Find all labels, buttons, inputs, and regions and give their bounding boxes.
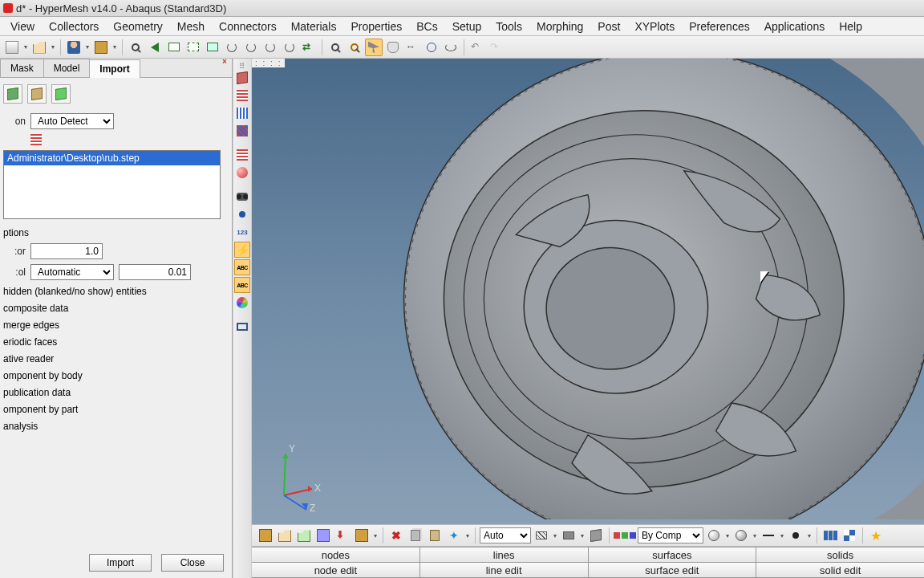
sparkle-dd[interactable]: ▾: [464, 532, 471, 539]
sparkle-icon[interactable]: ✦: [445, 527, 463, 544]
chk-publication-data[interactable]: publication data: [3, 387, 229, 398]
favorite-icon[interactable]: ★: [867, 527, 885, 544]
menu-xyplots[interactable]: XYPlots: [627, 18, 682, 35]
scale-factor-input[interactable]: [30, 243, 103, 259]
menu-post[interactable]: Post: [590, 18, 627, 35]
vt-sphere[interactable]: [234, 165, 250, 181]
chk-hidden-entities[interactable]: hidden (blanked/no show) entities: [3, 286, 229, 297]
cube-icon[interactable]: [587, 527, 605, 544]
pcell-solid-edit[interactable]: solid edit: [756, 563, 924, 578]
import-solver-icon[interactable]: [51, 84, 71, 104]
zoom-button[interactable]: [127, 39, 144, 56]
wire-icon[interactable]: [533, 527, 550, 544]
spin-button[interactable]: [423, 39, 440, 56]
chk-merge-edges[interactable]: merge edges: [3, 320, 229, 331]
import-geom-icon[interactable]: [3, 84, 22, 104]
disp-crate-icon[interactable]: [353, 527, 371, 544]
window-select-button[interactable]: [184, 39, 202, 56]
vt-grid-mixed[interactable]: [234, 123, 250, 139]
disp-assy-icon[interactable]: [276, 527, 294, 544]
iso-view-button[interactable]: [281, 39, 298, 56]
menu-geometry[interactable]: Geometry: [106, 18, 169, 35]
shade-icon[interactable]: [560, 527, 578, 544]
vt-cube-red[interactable]: [234, 70, 250, 86]
chk-periodic-faces[interactable]: eriodic faces: [3, 336, 229, 348]
menu-morphing[interactable]: Morphing: [529, 18, 590, 35]
tab-mask[interactable]: Mask: [0, 59, 44, 77]
menu-collectors[interactable]: Collectors: [42, 18, 106, 35]
chk-analysis[interactable]: analysis: [3, 421, 229, 432]
line-style-dd[interactable]: ▾: [779, 532, 785, 539]
dot-style-icon[interactable]: [787, 527, 804, 544]
menu-preferences[interactable]: Preferences: [682, 18, 756, 35]
vt-123[interactable]: 123: [234, 224, 250, 240]
rotate-xy-button[interactable]: [223, 39, 241, 56]
import-button[interactable]: Import: [89, 554, 152, 572]
rotate-yz-button[interactable]: [261, 39, 279, 56]
pcell-surface-edit[interactable]: surface edit: [588, 563, 756, 578]
3d-viewport[interactable]: : : : :: [252, 59, 924, 524]
undo-button[interactable]: ↶: [468, 39, 486, 56]
pcell-line-edit[interactable]: line edit: [419, 563, 588, 578]
vt-abc1[interactable]: ABC: [234, 259, 250, 275]
sphere-shade-dd[interactable]: ▾: [752, 532, 758, 539]
menu-applications[interactable]: Applications: [757, 18, 833, 35]
redo-button[interactable]: ↷: [488, 39, 505, 56]
dot-style-dd[interactable]: ▾: [806, 532, 813, 539]
line-style-icon[interactable]: [760, 527, 777, 544]
user-dropdown[interactable]: ▾: [84, 43, 91, 51]
delete-icon[interactable]: ✖: [387, 527, 405, 544]
fit-selected-button[interactable]: [346, 39, 363, 56]
vt-grid-blue[interactable]: [234, 105, 250, 121]
disp-crate-dd[interactable]: ▾: [372, 532, 379, 539]
glove-button[interactable]: [384, 39, 402, 56]
collectors-dropdown[interactable]: ▾: [111, 43, 118, 51]
menu-setup[interactable]: Setup: [445, 18, 489, 35]
copy-icon[interactable]: [407, 527, 424, 544]
reverse-view-button[interactable]: ⇄: [300, 39, 318, 56]
disp-comps-icon[interactable]: [257, 527, 274, 544]
fit-button[interactable]: [204, 39, 221, 56]
disp-load-icon[interactable]: [295, 527, 313, 544]
menu-properties[interactable]: Properties: [343, 18, 409, 35]
close-button[interactable]: Close: [161, 554, 224, 572]
chk-native-reader[interactable]: ative reader: [3, 353, 229, 364]
chk-component-by-part[interactable]: omponent by part: [3, 404, 229, 415]
panel-close-button[interactable]: ×: [222, 57, 230, 65]
menu-mesh[interactable]: Mesh: [170, 18, 212, 35]
vt-grid-red2[interactable]: [234, 147, 250, 163]
vt-grid-red[interactable]: [234, 88, 250, 104]
chk-component-by-body[interactable]: omponent by body: [3, 370, 229, 381]
file-list-item-selected[interactable]: Administrator\Desktop\rub.step: [4, 151, 220, 165]
tolerance-mode-select[interactable]: Automatic: [30, 264, 114, 280]
menu-help[interactable]: Help: [832, 18, 869, 35]
pcell-nodes[interactable]: nodes: [252, 547, 419, 563]
by-comp-select[interactable]: By Comp: [638, 527, 703, 543]
vt-frame[interactable]: [234, 319, 250, 335]
orbit-button[interactable]: [442, 39, 460, 56]
checker-icon[interactable]: [841, 527, 858, 544]
vt-abc2[interactable]: ABC: [234, 277, 250, 293]
pcell-solids[interactable]: solids: [756, 547, 924, 563]
select-button[interactable]: [365, 39, 383, 56]
shade-dd[interactable]: ▾: [579, 532, 586, 539]
menu-bcs[interactable]: BCs: [409, 18, 444, 35]
menu-materials[interactable]: Materials: [284, 18, 344, 35]
new-button[interactable]: [3, 39, 21, 56]
sphere-wire-icon[interactable]: [705, 527, 723, 544]
screens-icon[interactable]: [821, 527, 839, 544]
back-button[interactable]: [146, 39, 164, 56]
disp-down-icon[interactable]: ⬇: [334, 527, 351, 544]
chk-composite-data[interactable]: composite data: [3, 303, 229, 314]
new-dropdown[interactable]: ▾: [22, 43, 29, 51]
paste-icon[interactable]: [426, 527, 444, 544]
menu-connectors[interactable]: Connectors: [212, 18, 284, 35]
file-type-select[interactable]: Auto Detect: [30, 113, 114, 129]
auto-select[interactable]: Auto: [480, 527, 531, 543]
menu-tools[interactable]: Tools: [488, 18, 529, 35]
rotate-xz-button[interactable]: [242, 39, 260, 56]
pcell-surfaces[interactable]: surfaces: [588, 547, 756, 563]
user-profile-button[interactable]: [65, 39, 83, 56]
wire-dd[interactable]: ▾: [552, 532, 558, 539]
tab-import[interactable]: Import: [89, 59, 140, 78]
